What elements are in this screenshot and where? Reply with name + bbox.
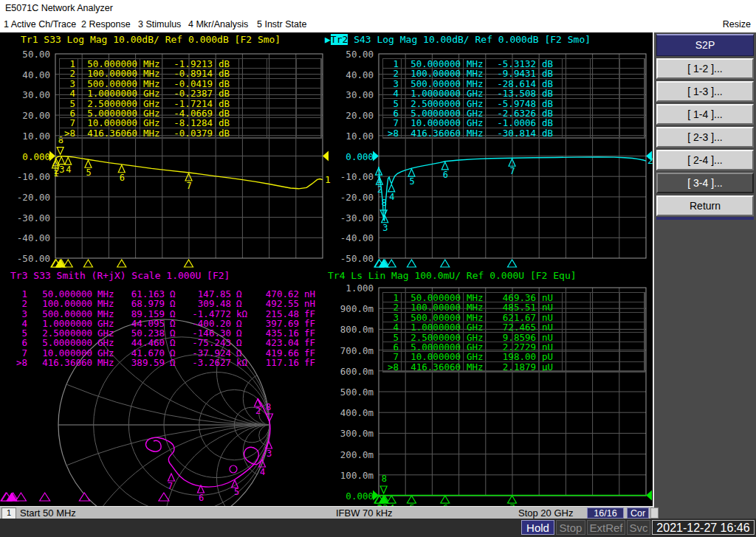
- y-axis-label: -20.00: [13, 192, 50, 203]
- y-axis-label: 100.0m: [325, 470, 374, 481]
- svg-text:8: 8: [266, 402, 271, 412]
- marker-row: 3500.00000MHz89.159Ω-1.4772kΩ215.48fF: [10, 309, 319, 319]
- svg-text:1: 1: [325, 174, 331, 185]
- svg-text:3: 3: [382, 223, 388, 233]
- menu-bar: Resize 1 Active Ch/Trace2 Response3 Stim…: [0, 16, 756, 32]
- svg-text:5: 5: [409, 176, 414, 187]
- marker-row: 41.0000000GHz44.095Ω-400.20Ω397.69fF: [10, 319, 319, 328]
- stop-frequency-label: Stop 20 GHz: [518, 507, 573, 519]
- marker-row: 710.000000GHz-1.0006dB: [383, 118, 645, 128]
- svg-text:8: 8: [382, 198, 387, 208]
- softkey-return[interactable]: Return: [656, 195, 754, 216]
- start-frequency-label: Start 50 MHz: [20, 507, 76, 519]
- y-axis-label: -30.00: [331, 212, 374, 224]
- y-axis-label: 10.00: [331, 131, 374, 142]
- svg-text:7: 7: [187, 181, 192, 191]
- svg-text:5: 5: [234, 487, 239, 497]
- status-spacer-box: [650, 507, 659, 519]
- svg-text:3: 3: [59, 164, 64, 175]
- softkey-1-3[interactable]: [ 1-3 ]...: [656, 81, 754, 102]
- marker-row: 3500.00000MHz-28.614dB: [383, 79, 645, 89]
- marker-row: 150.000000MHz-1.9213dB: [60, 59, 321, 69]
- y-axis-label: -40.00: [13, 232, 50, 243]
- menu-item-4[interactable]: 4 Mkr/Analysis: [188, 16, 248, 32]
- y-axis-label: 50.00: [13, 49, 50, 60]
- menu-item-5[interactable]: 5 Instr State: [257, 16, 306, 32]
- marker-row: 52.5000000GHz50.238Ω-146.30Ω435.16fF: [10, 328, 319, 338]
- svg-text:4: 4: [260, 467, 265, 477]
- channel-number-box: 1: [1, 507, 16, 519]
- menu-item-3[interactable]: 3 Stimulus: [138, 16, 181, 32]
- softkey-sidebar: S2P [ 1-2 ]...[ 1-3 ]...[ 1-4 ]...[ 2-3 …: [653, 32, 756, 519]
- menu-item-1[interactable]: 1 Active Ch/Trace: [4, 16, 76, 32]
- marker-row: 2100.00000MHz68.979Ω309.48Ω492.55nH: [10, 299, 319, 308]
- svg-text:2: 2: [377, 184, 382, 195]
- menu-item-2[interactable]: 2 Response: [81, 16, 131, 32]
- y-axis-label: -20.00: [331, 192, 374, 203]
- correction-badge: Cor: [627, 507, 649, 519]
- ref-level-arrow: [373, 151, 379, 162]
- marker-row: >8416.36060MHz-0.0379dB: [60, 128, 321, 138]
- marker-row: 52.5000000GHz-5.9748dB: [383, 99, 645, 108]
- y-axis-label: -30.00: [13, 212, 50, 224]
- datetime-display: 2021-12-27 16:46: [652, 520, 755, 535]
- y-axis-label: 40.00: [331, 69, 374, 80]
- y-axis-label: 40.00: [13, 69, 50, 80]
- softkey-2-3[interactable]: [ 2-3 ]...: [656, 127, 754, 148]
- tr4-marker-table: 150.000000MHz469.36nU2100.00000MHz485.51…: [382, 292, 645, 373]
- y-axis-label: 50.00: [331, 49, 374, 60]
- marker-row: 150.000000MHz61.163Ω147.85Ω470.62nH: [10, 289, 319, 299]
- softkey-2-4[interactable]: [ 2-4 ]...: [656, 150, 754, 170]
- y-axis-label: 500.0m: [325, 387, 374, 398]
- marker-row: 710.000000GHz41.670Ω-37.924Ω419.66fF: [10, 348, 319, 358]
- extref-status-badge: ExtRef: [587, 520, 625, 535]
- app-window: E5071C Network Analyzer Resize 1 Active …: [0, 0, 756, 537]
- marker-row: 52.5000000GHz-1.7214dB: [60, 99, 321, 108]
- sweep-count-badge: 16/16: [587, 507, 624, 519]
- marker-row: 65.0000000GHz44.460Ω-75.243Ω423.04fF: [10, 338, 319, 347]
- y-axis-label: -50.00: [13, 253, 50, 264]
- y-axis-label: 30.00: [13, 89, 50, 100]
- y-axis-label: 20.00: [331, 110, 374, 121]
- ifbw-label: IFBW 70 kHz: [336, 507, 393, 519]
- menu-item-resize[interactable]: Resize: [723, 16, 751, 32]
- marker-row: 52.5000000GHz9.8596nU: [383, 333, 645, 342]
- marker-row: 65.0000000GHz2.2729nU: [383, 342, 645, 352]
- y-axis-label: 1.000: [325, 283, 374, 294]
- softkey-menu-title: S2P: [656, 34, 754, 56]
- svg-text:4: 4: [389, 192, 394, 202]
- svg-text:6: 6: [120, 173, 125, 183]
- y-axis-label: 20.00: [13, 110, 50, 121]
- softkey-1-4[interactable]: [ 1-4 ]...: [656, 104, 754, 125]
- y-axis-label: 600.0m: [325, 366, 374, 377]
- y-axis-label: -50.00: [331, 253, 374, 264]
- softkey-3-4[interactable]: [ 3-4 ]...: [656, 173, 754, 193]
- y-axis-label: -40.00: [331, 232, 374, 243]
- marker-row: 710.000000GHz198.00pU: [383, 352, 645, 361]
- svg-text:6: 6: [443, 170, 448, 180]
- y-axis-label: 0.000: [13, 151, 50, 162]
- ref-level-arrow: [49, 151, 55, 162]
- marker-row: 65.0000000GHz-2.6326dB: [383, 108, 645, 118]
- window-title: E5071C Network Analyzer: [5, 3, 113, 13]
- marker-row: 150.000000MHz-5.3132dB: [383, 59, 645, 69]
- svg-text:6: 6: [199, 493, 204, 503]
- y-axis-label: 900.0m: [325, 303, 374, 314]
- y-axis-label: 400.0m: [325, 407, 374, 418]
- marker-row: 3500.00000MHz-0.0419dB: [60, 79, 321, 89]
- svg-text:2: 2: [54, 166, 59, 176]
- svg-text:2: 2: [647, 155, 653, 166]
- tr1-marker-table: 150.000000MHz-1.9213dB2100.00000MHz-0.89…: [59, 58, 322, 139]
- marker-row: >8416.36060MHz2.1879µU: [383, 362, 645, 372]
- y-axis-label: 800.0m: [325, 324, 374, 335]
- y-axis-label: -10.00: [13, 171, 50, 182]
- y-axis-label: 0.000: [331, 151, 374, 162]
- marker-row: 41.0000000GHz72.465nU: [383, 322, 645, 332]
- marker-row: 3500.00000MHz621.67nU: [383, 313, 645, 322]
- svg-text:7: 7: [168, 481, 173, 491]
- softkey-1-2[interactable]: [ 1-2 ]...: [656, 58, 754, 79]
- marker-row: 65.0000000GHz-4.0669dB: [60, 108, 321, 118]
- svg-text:3: 3: [267, 448, 272, 459]
- instrument-taskbar: Hold Stop ExtRef Svc 2021-12-27 16:46: [0, 519, 756, 537]
- softkey-divider: [656, 217, 754, 220]
